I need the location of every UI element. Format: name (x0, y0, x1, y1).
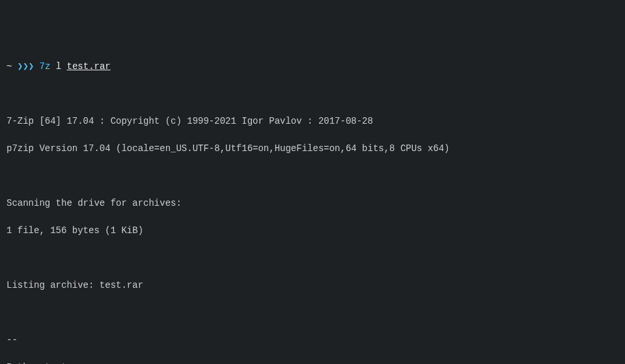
scan-line-2: 1 file, 156 bytes (1 KiB) (7, 224, 618, 238)
prompt-symbol: ❯❯❯ (18, 61, 34, 72)
blank-line (7, 306, 618, 320)
prompt-line[interactable]: ~ ❯❯❯ 7z l test.rar (7, 60, 618, 74)
listing-title: Listing archive: test.rar (7, 279, 618, 292)
blank-line (7, 251, 618, 265)
blank-line (7, 169, 618, 183)
command-name: 7z (40, 61, 51, 72)
scan-line-1: Scanning the drive for archives: (7, 197, 618, 210)
prompt-cwd: ~ (7, 61, 12, 72)
header-line-1: 7-Zip [64] 17.04 : Copyright (c) 1999-20… (7, 115, 618, 128)
header-line-2: p7zip Version 17.04 (locale=en_US.UTF-8,… (7, 142, 618, 156)
command-file: test.rar (67, 61, 111, 72)
command-subcommand: l (56, 61, 61, 72)
meta-dashes: -- (7, 333, 618, 347)
blank-line (7, 87, 618, 101)
meta-path: Path = test.rar (7, 361, 618, 364)
